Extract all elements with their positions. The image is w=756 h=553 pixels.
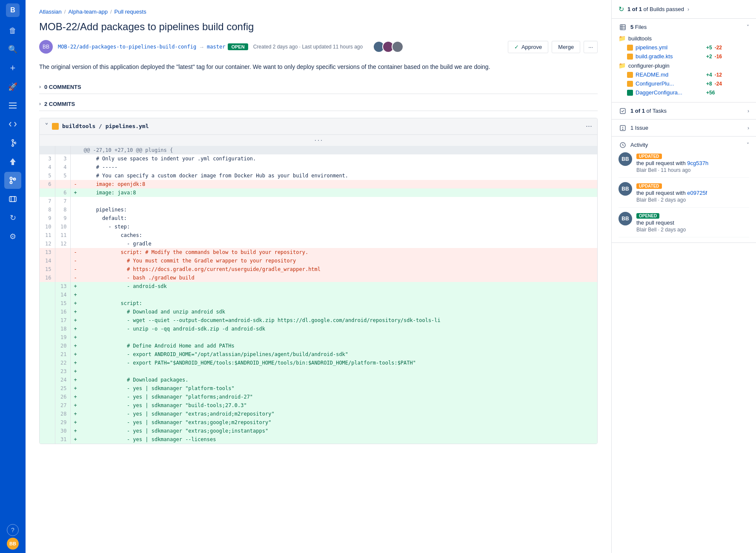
svg-rect-1 [9, 105, 17, 106]
file-item[interactable]: DaggerConfigura... +56 [619, 88, 749, 97]
sidebar-item-code[interactable] [4, 116, 21, 133]
file-stat-removed: -12 [715, 72, 722, 78]
activity-badge: UPDATED [636, 154, 662, 159]
sidebar-item-refresh[interactable]: ↻ [4, 209, 21, 226]
issues-section: 1 Issue › [612, 120, 756, 137]
file-stat-removed: -16 [715, 54, 722, 60]
tasks-section: 1 of 1 of Tasks › [612, 103, 756, 120]
file-stat-removed: -22 [715, 45, 722, 51]
tasks-label: 1 of 1 of Tasks [630, 108, 744, 114]
file-item[interactable]: README.md +4 -12 [619, 70, 749, 79]
issues-header[interactable]: 1 Issue › [619, 125, 749, 131]
builds-chevron-icon: › [687, 6, 689, 12]
activity-meta: Blair Bell · 2 days ago [636, 197, 749, 203]
sidebar-item-add[interactable]: + [4, 60, 21, 77]
pr-status-badge: OPEN [228, 43, 248, 50]
build-check-icon: ↻ [619, 5, 624, 13]
sidebar: B 🗑 🔍 + 🚀 ↻ ⚙ ? BB [0, 0, 26, 553]
files-header[interactable]: 5 Files ˅ [619, 24, 749, 30]
issues-chevron-icon: › [747, 125, 749, 131]
comments-chevron-icon: › [39, 84, 41, 90]
files-section: 5 Files ˅ 📁buildtools pipelines.yml +5 -… [612, 19, 756, 103]
merge-button[interactable]: Merge [552, 41, 580, 53]
file-type-icon [627, 45, 633, 51]
activity-badge: OPENED [636, 213, 659, 219]
commits-toggle[interactable]: › 2 COMMITS [39, 97, 598, 111]
file-stat-added: +5 [706, 45, 712, 51]
file-item[interactable]: build.gradle.kts +2 -16 [619, 52, 749, 61]
breadcrumb-org[interactable]: Atlassian [39, 9, 62, 15]
svg-rect-0 [9, 103, 17, 103]
pr-author-avatar: BB [39, 40, 53, 54]
builds-count: 1 of 1 of Builds passed [627, 6, 684, 12]
file-folder[interactable]: 📁buildtools [619, 34, 749, 43]
reviewer-avatar-3[interactable] [392, 41, 404, 53]
diff-expand-button[interactable]: ˅ [45, 122, 49, 131]
diff-header: ˅ buildtools / pipelines.yml ··· [40, 118, 597, 135]
activity-avatar: BB [619, 212, 632, 225]
sidebar-item-pullrequests[interactable] [4, 172, 21, 189]
commits-count: 2 COMMITS [44, 101, 75, 107]
svg-point-4 [12, 145, 14, 146]
tasks-icon [619, 108, 627, 114]
activity-section: Activity ˅ BB UPDATED the pull request w… [612, 137, 756, 243]
sidebar-item-help[interactable]: ? [7, 524, 19, 536]
diff-container: ˅ buildtools / pipelines.yml ··· ···@@ -… [39, 118, 598, 444]
activity-commit-link[interactable]: 9cg537h [687, 160, 708, 166]
pr-title: MOB-22/Add packages to pipelines build c… [39, 20, 598, 33]
files-icon [619, 24, 627, 30]
user-avatar[interactable]: BB [7, 538, 19, 550]
breadcrumb-repo[interactable]: Alpha-team-app [68, 9, 108, 15]
file-stat-added: +56 [706, 90, 715, 96]
svg-point-9 [10, 177, 12, 180]
file-item[interactable]: pipelines.yml +5 -22 [619, 43, 749, 52]
comments-count: 0 COMMENTS [44, 84, 81, 90]
approve-label: Approve [521, 44, 542, 50]
more-button[interactable]: ··· [584, 41, 598, 53]
pr-description: The original version of this application… [39, 62, 598, 71]
activity-content: UPDATED the pull request with e09725f Bl… [636, 182, 749, 203]
file-stat-added: +8 [706, 81, 712, 87]
activity-label: Activity [630, 142, 743, 148]
svg-rect-2 [9, 108, 17, 108]
sidebar-item-rocket[interactable]: 🚀 [4, 78, 21, 95]
approve-button[interactable]: ✓ Approve [508, 41, 548, 53]
activity-commit-link[interactable]: e09725f [687, 190, 707, 196]
sidebar-logo: B [6, 3, 20, 17]
activity-header[interactable]: Activity ˅ [619, 142, 749, 148]
sidebar-item-search[interactable]: 🔍 [4, 41, 21, 58]
activity-meta: Blair Bell · 11 hours ago [636, 167, 749, 173]
builds-row[interactable]: ↻ 1 of 1 of Builds passed › [619, 5, 749, 13]
sidebar-item-list[interactable] [4, 97, 21, 114]
activity-item: BB OPENED the pull request Blair Bell · … [619, 208, 749, 237]
files-label-text: Files [635, 24, 647, 30]
svg-point-5 [14, 142, 16, 144]
content-area: Atlassian / Alpha-team-app / Pull reques… [26, 0, 611, 553]
approve-check-icon: ✓ [514, 44, 519, 50]
file-type-icon [627, 81, 633, 87]
file-item[interactable]: ConfigurerPlu... +8 -24 [619, 79, 749, 88]
file-stat-removed: -24 [715, 81, 722, 87]
sidebar-item-deploy[interactable] [4, 153, 21, 170]
breadcrumb-sep1: / [64, 9, 66, 15]
main-wrapper: Atlassian / Alpha-team-app / Pull reques… [26, 0, 756, 553]
sidebar-item-pipelines[interactable] [4, 191, 21, 208]
sidebar-item-trash[interactable]: 🗑 [4, 22, 21, 39]
folder-icon: 📁 [619, 35, 626, 42]
sidebar-item-settings[interactable]: ⚙ [4, 228, 21, 245]
activity-item: BB UPDATED the pull request with e09725f… [619, 178, 749, 208]
files-label: 5 Files [630, 24, 743, 30]
activity-content: OPENED the pull request Blair Bell · 2 d… [636, 212, 749, 233]
comments-toggle[interactable]: › 0 COMMENTS [39, 80, 598, 94]
pr-branch-info: MOB-22/add-packages-to-pipelines-build-c… [58, 43, 248, 50]
activity-text: the pull request [636, 219, 749, 226]
file-name: ConfigurerPlu... [636, 80, 704, 87]
diff-path: buildtools / pipelines.yml [62, 123, 149, 129]
svg-point-3 [12, 140, 14, 141]
breadcrumb-section[interactable]: Pull requests [115, 9, 146, 15]
file-folder[interactable]: 📁configurer-plugin [619, 61, 749, 70]
pr-meta: BB MOB-22/add-packages-to-pipelines-buil… [39, 40, 598, 54]
diff-more-button[interactable]: ··· [586, 122, 592, 131]
tasks-header[interactable]: 1 of 1 of Tasks › [619, 108, 749, 114]
sidebar-item-git[interactable] [4, 134, 21, 151]
